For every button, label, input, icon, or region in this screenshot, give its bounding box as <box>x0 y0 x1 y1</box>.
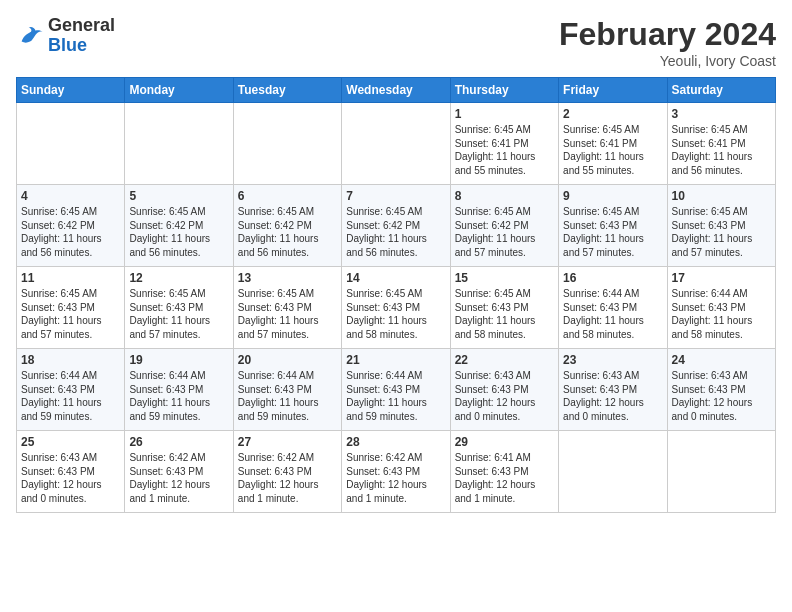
weekday-header-sunday: Sunday <box>17 78 125 103</box>
cell-content: Sunrise: 6:42 AMSunset: 6:43 PMDaylight:… <box>129 451 228 505</box>
day-number: 29 <box>455 435 554 449</box>
calendar-cell: 1Sunrise: 6:45 AMSunset: 6:41 PMDaylight… <box>450 103 558 185</box>
cell-content: Sunrise: 6:45 AMSunset: 6:42 PMDaylight:… <box>238 205 337 259</box>
day-number: 23 <box>563 353 662 367</box>
day-number: 7 <box>346 189 445 203</box>
calendar-cell: 9Sunrise: 6:45 AMSunset: 6:43 PMDaylight… <box>559 185 667 267</box>
cell-content: Sunrise: 6:44 AMSunset: 6:43 PMDaylight:… <box>672 287 771 341</box>
logo-icon <box>16 22 44 50</box>
cell-content: Sunrise: 6:44 AMSunset: 6:43 PMDaylight:… <box>346 369 445 423</box>
cell-content: Sunrise: 6:45 AMSunset: 6:43 PMDaylight:… <box>21 287 120 341</box>
day-number: 14 <box>346 271 445 285</box>
cell-content: Sunrise: 6:45 AMSunset: 6:43 PMDaylight:… <box>455 287 554 341</box>
calendar-cell: 11Sunrise: 6:45 AMSunset: 6:43 PMDayligh… <box>17 267 125 349</box>
calendar-cell: 19Sunrise: 6:44 AMSunset: 6:43 PMDayligh… <box>125 349 233 431</box>
month-year-title: February 2024 <box>559 16 776 53</box>
calendar-cell: 7Sunrise: 6:45 AMSunset: 6:42 PMDaylight… <box>342 185 450 267</box>
calendar-cell: 17Sunrise: 6:44 AMSunset: 6:43 PMDayligh… <box>667 267 775 349</box>
day-number: 20 <box>238 353 337 367</box>
cell-content: Sunrise: 6:43 AMSunset: 6:43 PMDaylight:… <box>563 369 662 423</box>
cell-content: Sunrise: 6:45 AMSunset: 6:43 PMDaylight:… <box>238 287 337 341</box>
logo: General Blue <box>16 16 115 56</box>
cell-content: Sunrise: 6:45 AMSunset: 6:42 PMDaylight:… <box>346 205 445 259</box>
location-subtitle: Yeouli, Ivory Coast <box>559 53 776 69</box>
calendar-cell <box>125 103 233 185</box>
calendar-table: SundayMondayTuesdayWednesdayThursdayFrid… <box>16 77 776 513</box>
cell-content: Sunrise: 6:43 AMSunset: 6:43 PMDaylight:… <box>21 451 120 505</box>
header: General Blue February 2024 Yeouli, Ivory… <box>16 16 776 69</box>
cell-content: Sunrise: 6:44 AMSunset: 6:43 PMDaylight:… <box>563 287 662 341</box>
calendar-cell: 8Sunrise: 6:45 AMSunset: 6:42 PMDaylight… <box>450 185 558 267</box>
logo-text: General Blue <box>48 16 115 56</box>
day-number: 18 <box>21 353 120 367</box>
day-number: 16 <box>563 271 662 285</box>
cell-content: Sunrise: 6:45 AMSunset: 6:41 PMDaylight:… <box>455 123 554 177</box>
cell-content: Sunrise: 6:43 AMSunset: 6:43 PMDaylight:… <box>455 369 554 423</box>
calendar-cell: 27Sunrise: 6:42 AMSunset: 6:43 PMDayligh… <box>233 431 341 513</box>
calendar-cell: 10Sunrise: 6:45 AMSunset: 6:43 PMDayligh… <box>667 185 775 267</box>
calendar-cell: 2Sunrise: 6:45 AMSunset: 6:41 PMDaylight… <box>559 103 667 185</box>
day-number: 24 <box>672 353 771 367</box>
day-number: 9 <box>563 189 662 203</box>
day-number: 19 <box>129 353 228 367</box>
day-number: 13 <box>238 271 337 285</box>
day-number: 28 <box>346 435 445 449</box>
calendar-cell: 3Sunrise: 6:45 AMSunset: 6:41 PMDaylight… <box>667 103 775 185</box>
calendar-cell: 15Sunrise: 6:45 AMSunset: 6:43 PMDayligh… <box>450 267 558 349</box>
day-number: 4 <box>21 189 120 203</box>
calendar-cell <box>17 103 125 185</box>
calendar-cell <box>559 431 667 513</box>
cell-content: Sunrise: 6:42 AMSunset: 6:43 PMDaylight:… <box>238 451 337 505</box>
day-number: 10 <box>672 189 771 203</box>
day-number: 6 <box>238 189 337 203</box>
weekday-header-saturday: Saturday <box>667 78 775 103</box>
calendar-cell: 16Sunrise: 6:44 AMSunset: 6:43 PMDayligh… <box>559 267 667 349</box>
calendar-cell: 25Sunrise: 6:43 AMSunset: 6:43 PMDayligh… <box>17 431 125 513</box>
weekday-header-tuesday: Tuesday <box>233 78 341 103</box>
cell-content: Sunrise: 6:45 AMSunset: 6:42 PMDaylight:… <box>455 205 554 259</box>
calendar-cell <box>233 103 341 185</box>
cell-content: Sunrise: 6:45 AMSunset: 6:43 PMDaylight:… <box>672 205 771 259</box>
cell-content: Sunrise: 6:45 AMSunset: 6:43 PMDaylight:… <box>563 205 662 259</box>
calendar-cell: 21Sunrise: 6:44 AMSunset: 6:43 PMDayligh… <box>342 349 450 431</box>
day-number: 5 <box>129 189 228 203</box>
calendar-cell: 12Sunrise: 6:45 AMSunset: 6:43 PMDayligh… <box>125 267 233 349</box>
cell-content: Sunrise: 6:44 AMSunset: 6:43 PMDaylight:… <box>129 369 228 423</box>
cell-content: Sunrise: 6:45 AMSunset: 6:41 PMDaylight:… <box>672 123 771 177</box>
cell-content: Sunrise: 6:45 AMSunset: 6:43 PMDaylight:… <box>346 287 445 341</box>
calendar-cell: 29Sunrise: 6:41 AMSunset: 6:43 PMDayligh… <box>450 431 558 513</box>
day-number: 12 <box>129 271 228 285</box>
calendar-cell: 28Sunrise: 6:42 AMSunset: 6:43 PMDayligh… <box>342 431 450 513</box>
day-number: 26 <box>129 435 228 449</box>
day-number: 3 <box>672 107 771 121</box>
calendar-cell: 14Sunrise: 6:45 AMSunset: 6:43 PMDayligh… <box>342 267 450 349</box>
calendar-cell: 23Sunrise: 6:43 AMSunset: 6:43 PMDayligh… <box>559 349 667 431</box>
title-area: February 2024 Yeouli, Ivory Coast <box>559 16 776 69</box>
day-number: 17 <box>672 271 771 285</box>
calendar-cell: 13Sunrise: 6:45 AMSunset: 6:43 PMDayligh… <box>233 267 341 349</box>
day-number: 21 <box>346 353 445 367</box>
cell-content: Sunrise: 6:44 AMSunset: 6:43 PMDaylight:… <box>21 369 120 423</box>
cell-content: Sunrise: 6:45 AMSunset: 6:42 PMDaylight:… <box>129 205 228 259</box>
calendar-cell: 4Sunrise: 6:45 AMSunset: 6:42 PMDaylight… <box>17 185 125 267</box>
day-number: 8 <box>455 189 554 203</box>
cell-content: Sunrise: 6:42 AMSunset: 6:43 PMDaylight:… <box>346 451 445 505</box>
weekday-header-wednesday: Wednesday <box>342 78 450 103</box>
calendar-cell: 22Sunrise: 6:43 AMSunset: 6:43 PMDayligh… <box>450 349 558 431</box>
day-number: 25 <box>21 435 120 449</box>
cell-content: Sunrise: 6:43 AMSunset: 6:43 PMDaylight:… <box>672 369 771 423</box>
day-number: 22 <box>455 353 554 367</box>
day-number: 1 <box>455 107 554 121</box>
day-number: 27 <box>238 435 337 449</box>
weekday-header-monday: Monday <box>125 78 233 103</box>
calendar-cell: 18Sunrise: 6:44 AMSunset: 6:43 PMDayligh… <box>17 349 125 431</box>
weekday-header-thursday: Thursday <box>450 78 558 103</box>
cell-content: Sunrise: 6:45 AMSunset: 6:41 PMDaylight:… <box>563 123 662 177</box>
day-number: 11 <box>21 271 120 285</box>
calendar-cell <box>342 103 450 185</box>
cell-content: Sunrise: 6:41 AMSunset: 6:43 PMDaylight:… <box>455 451 554 505</box>
cell-content: Sunrise: 6:44 AMSunset: 6:43 PMDaylight:… <box>238 369 337 423</box>
calendar-cell: 24Sunrise: 6:43 AMSunset: 6:43 PMDayligh… <box>667 349 775 431</box>
cell-content: Sunrise: 6:45 AMSunset: 6:42 PMDaylight:… <box>21 205 120 259</box>
weekday-header-friday: Friday <box>559 78 667 103</box>
